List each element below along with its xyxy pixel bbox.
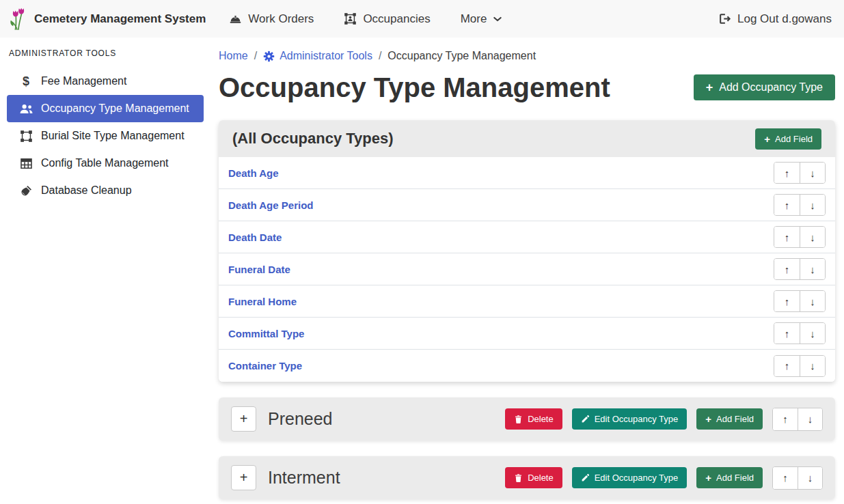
breadcrumb: Home / Administrator Tools xyxy=(219,50,835,62)
logout-button[interactable]: Log Out d.gowans xyxy=(718,12,832,26)
main-nav: Work Orders Occupancies More xyxy=(229,12,502,26)
hard-hat-icon xyxy=(229,13,242,25)
field-link[interactable]: Committal Type xyxy=(228,328,304,339)
occupancy-type-section-interment: + Interment Delete xyxy=(219,456,835,499)
move-up-button[interactable]: ↑ xyxy=(774,163,800,183)
add-field-button[interactable]: + Add Field xyxy=(696,408,763,430)
breadcrumb-separator: / xyxy=(254,50,257,62)
add-field-button[interactable]: + Add Field xyxy=(755,128,821,150)
move-down-button[interactable]: ↓ xyxy=(800,356,825,376)
dollar-icon: $ xyxy=(18,74,33,89)
pencil-icon xyxy=(581,473,590,482)
up-arrow-icon: ↑ xyxy=(782,472,788,484)
sidebar-item-database-cleanup[interactable]: Database Cleanup xyxy=(7,177,204,204)
sidebar: ADMINISTRATOR TOOLS $ Fee Management Occ… xyxy=(0,38,212,504)
down-arrow-icon: ↓ xyxy=(810,296,815,307)
move-down-button[interactable]: ↓ xyxy=(800,163,825,183)
plus-icon: + xyxy=(764,135,770,143)
sidebar-item-fee-management[interactable]: $ Fee Management xyxy=(7,68,204,95)
delete-label: Delete xyxy=(528,473,554,483)
edit-occupancy-type-button[interactable]: Edit Occupancy Type xyxy=(572,467,688,488)
reorder-button-group: ↑ ↓ xyxy=(774,355,826,377)
move-up-button[interactable]: ↑ xyxy=(774,195,800,215)
expand-toggle-button[interactable]: + xyxy=(231,465,256,490)
up-arrow-icon: ↑ xyxy=(785,296,790,307)
move-up-button[interactable]: ↑ xyxy=(774,259,800,279)
breadcrumb-home-link[interactable]: Home xyxy=(219,50,248,62)
reorder-button-group: ↑ ↓ xyxy=(774,290,826,312)
move-up-button[interactable]: ↑ xyxy=(773,467,798,489)
sidebar-item-label: Database Cleanup xyxy=(41,184,132,197)
plus-icon: + xyxy=(705,415,711,423)
sidebar-item-label: Config Table Management xyxy=(41,157,169,169)
move-down-button[interactable]: ↓ xyxy=(800,195,825,215)
add-field-button[interactable]: + Add Field xyxy=(696,467,763,488)
edit-occupancy-type-button[interactable]: Edit Occupancy Type xyxy=(572,408,688,430)
field-row-committal-type: Committal Type ↑ ↓ xyxy=(219,318,835,350)
field-link[interactable]: Death Age Period xyxy=(228,199,313,211)
nav-occupancies[interactable]: Occupancies xyxy=(344,12,430,26)
sidebar-item-burial-site-type-management[interactable]: Burial Site Type Management xyxy=(7,122,204,150)
sidebar-item-config-table-management[interactable]: Config Table Management xyxy=(7,150,204,177)
gear-icon xyxy=(263,51,275,62)
top-navbar: Cemetery Management System Work Orders xyxy=(0,0,844,38)
table-icon xyxy=(18,157,33,170)
move-down-button[interactable]: ↓ xyxy=(798,467,822,489)
nav-work-orders-label: Work Orders xyxy=(248,12,314,26)
reorder-button-group: ↑ ↓ xyxy=(772,408,823,431)
logout-label: Log Out d.gowans xyxy=(737,12,832,26)
down-arrow-icon: ↓ xyxy=(810,360,815,372)
add-occupancy-type-label: Add Occupancy Type xyxy=(719,81,823,94)
field-link[interactable]: Death Date xyxy=(228,232,282,243)
move-down-button[interactable]: ↓ xyxy=(798,408,822,430)
move-down-button[interactable]: ↓ xyxy=(800,323,825,344)
field-link[interactable]: Funeral Date xyxy=(228,264,290,275)
reorder-button-group: ↑ ↓ xyxy=(774,194,826,216)
field-row-death-date: Death Date ↑ ↓ xyxy=(219,221,835,253)
move-down-button[interactable]: ↓ xyxy=(800,227,825,247)
field-row-funeral-home: Funeral Home ↑ ↓ xyxy=(219,285,835,318)
move-down-button[interactable]: ↓ xyxy=(800,259,825,279)
up-arrow-icon: ↑ xyxy=(785,328,790,339)
nav-work-orders[interactable]: Work Orders xyxy=(229,12,314,26)
section-actions: Delete Edit Occupancy Type + Add Field xyxy=(505,408,823,431)
move-up-button[interactable]: ↑ xyxy=(774,291,800,311)
field-row-funeral-date: Funeral Date ↑ ↓ xyxy=(219,253,835,285)
breadcrumb-current: Occupancy Type Management xyxy=(387,50,536,62)
delete-button[interactable]: Delete xyxy=(505,408,562,430)
plus-icon: + xyxy=(706,83,713,92)
move-up-button[interactable]: ↑ xyxy=(774,323,800,344)
plus-icon: + xyxy=(240,470,248,486)
down-arrow-icon: ↓ xyxy=(810,199,815,211)
tulip-logo-icon xyxy=(10,8,27,31)
move-up-button[interactable]: ↑ xyxy=(773,408,798,430)
delete-label: Delete xyxy=(528,414,554,424)
add-occupancy-type-button[interactable]: + Add Occupancy Type xyxy=(694,74,835,100)
nav-more[interactable]: More xyxy=(461,12,503,26)
nav-occupancies-label: Occupancies xyxy=(363,12,430,26)
sidebar-item-label: Fee Management xyxy=(41,75,126,87)
field-row-death-age: Death Age ↑ ↓ xyxy=(219,157,835,189)
edit-occupancy-type-label: Edit Occupancy Type xyxy=(595,473,679,483)
expand-toggle-button[interactable]: + xyxy=(231,406,256,432)
move-down-button[interactable]: ↓ xyxy=(800,291,825,311)
field-link[interactable]: Death Age xyxy=(228,167,279,179)
up-arrow-icon: ↑ xyxy=(785,199,790,211)
breadcrumb-admin-tools-label: Administrator Tools xyxy=(280,50,372,62)
app-brand[interactable]: Cemetery Management System xyxy=(10,8,206,31)
all-occupancy-types-title: (All Occupancy Types) xyxy=(232,130,394,148)
down-arrow-icon: ↓ xyxy=(810,232,815,243)
sidebar-item-occupancy-type-management[interactable]: Occupancy Type Management xyxy=(7,95,204,122)
down-arrow-icon: ↓ xyxy=(810,167,815,179)
down-arrow-icon: ↓ xyxy=(808,413,813,425)
field-link[interactable]: Funeral Home xyxy=(228,296,297,307)
pencil-icon xyxy=(581,415,590,423)
move-up-button[interactable]: ↑ xyxy=(774,356,800,376)
breadcrumb-admin-tools-link[interactable]: Administrator Tools xyxy=(263,50,372,62)
reorder-button-group: ↑ ↓ xyxy=(772,466,823,490)
occupancy-type-section-preneed: + Preneed Delete xyxy=(219,397,835,440)
move-up-button[interactable]: ↑ xyxy=(774,227,800,247)
field-link[interactable]: Container Type xyxy=(228,360,302,372)
delete-button[interactable]: Delete xyxy=(505,467,562,488)
users-icon xyxy=(18,104,33,114)
